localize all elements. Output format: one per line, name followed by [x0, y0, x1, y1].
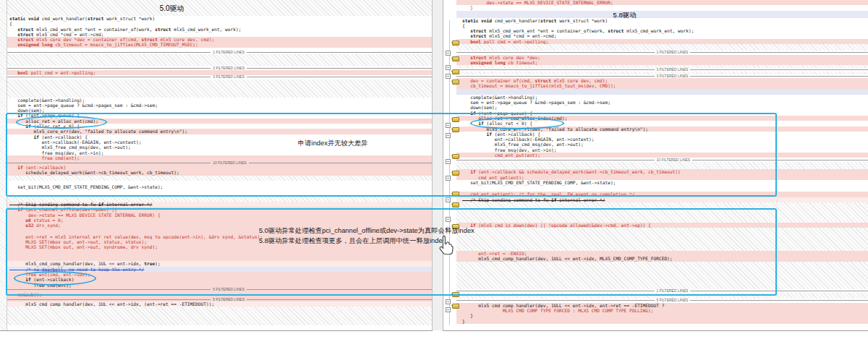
code-line[interactable]: schedule_delayed_work(&ent->cb_timeout_w… — [7, 170, 432, 175]
merge-change-marker[interactable] — [452, 69, 459, 74]
code-line[interactable]: } — [456, 5, 868, 10]
code-line[interactable]: } — [456, 319, 868, 324]
code-line[interactable]: unsigned long cb_timeout = msecs_to_jiff… — [7, 42, 432, 47]
code-line[interactable]: { — [7, 21, 432, 26]
code-line[interactable]: mlx5_core_err(dev, "failed to allocate c… — [7, 129, 432, 134]
fold-marker[interactable] — [446, 74, 451, 79]
code-line[interactable]: dev->state == MLX5_DEVICE_STATE_INTERNAL… — [456, 0, 868, 5]
code-line[interactable]: ent->callback(-EAGAIN, ent->context); — [456, 137, 868, 142]
fold-marker[interactable] — [446, 176, 451, 181]
code-line[interactable]: set_bit(MLX5_CMD_ENT_STATE_PENDING_COMP,… — [7, 184, 432, 189]
code-line[interactable]: down(sem); — [7, 108, 432, 113]
code-line[interactable]: ent->callback(-EAGAIN, ent->context); — [7, 140, 432, 145]
code-line[interactable]: ent->ret = -ENXIO; — [456, 251, 868, 256]
code-line[interactable]: mlx5_free_cmd_msg(dev, ent->out); — [7, 145, 432, 150]
fold-marker[interactable] — [446, 299, 451, 304]
merge-change-marker[interactable] — [452, 192, 459, 197]
merge-change-marker[interactable] — [452, 154, 459, 159]
merge-change-marker[interactable] — [452, 56, 459, 61]
collapsed-region — [7, 176, 432, 181]
pane-title: 5.8驱动 — [456, 11, 868, 18]
code-pane-5.8-driver: dev->state == MLX5_DEVICE_STATE_INTERNAL… — [443, 0, 868, 331]
fold-marker[interactable] — [446, 159, 451, 164]
fold-marker[interactable] — [446, 307, 451, 312]
code-line[interactable]: if (!ent->page_queue) { — [456, 111, 868, 116]
code-line[interactable]: struct mlx5_core_dev *dev = container_of… — [7, 37, 432, 42]
code-line[interactable]: static void cmd_work_handler(struct work… — [456, 18, 868, 23]
spacer-row — [456, 185, 868, 192]
code-line[interactable]: alloc_ret = cmd_alloc_index(cmd); — [456, 116, 868, 121]
code-line[interactable]: alloc_ret = alloc_ent(cmd); — [7, 119, 432, 124]
merge-change-marker[interactable] — [452, 127, 459, 132]
code-line[interactable]: if (ent->callback) — [7, 277, 432, 282]
code-line[interactable]: unsigned long cb_timeout; — [456, 60, 868, 65]
code-line[interactable]: MLX5_CMD_COMP_TYPE_FORCED : MLX5_CMD_COM… — [456, 308, 868, 313]
fold-marker[interactable] — [446, 51, 451, 56]
code-line[interactable]: if (ent->callback && schedule_delayed_wo… — [456, 169, 868, 174]
code-line[interactable]: struct mlx5_cmd *cmd = ent->cmd; — [7, 32, 432, 37]
mouse-cursor-hand — [437, 234, 456, 259]
code-line[interactable]: if (alloc_ret < 0) { — [7, 124, 432, 129]
merge-change-marker[interactable] — [452, 202, 459, 207]
code-line[interactable]: mlx5_cmd_comp_handler(dev, 1UL << ent->i… — [7, 261, 432, 266]
code-line[interactable]: if (mlx5_cmd_is_down(dev) || !opcode_all… — [456, 223, 868, 228]
code-line[interactable]: down(sem); — [456, 105, 868, 110]
merge-change-marker[interactable] — [452, 171, 459, 176]
code-line[interactable]: if (pci_channel_offline(dev->pdev) || — [7, 207, 432, 212]
collapsed-region — [456, 262, 868, 289]
code-line[interactable]: sem = ent->page_queue ? &cmd->pages_sem … — [456, 100, 868, 105]
code-line[interactable]: cb_timeout = msecs_to_jiffies(mlx5_tout_… — [456, 83, 868, 88]
fold-marker[interactable] — [446, 123, 451, 128]
code-line[interactable]: cmd_ent_get(ent); — [456, 175, 868, 180]
code-line[interactable]: mlx5_cmd_comp_handler(dev, 1UL << ent->i… — [7, 301, 432, 307]
left-pane-margin-strip — [0, 0, 7, 330]
collapsed-region — [456, 202, 868, 223]
fold-marker[interactable] — [446, 133, 451, 138]
code-line[interactable]: free_msg(dev, ent->in); — [456, 147, 868, 153]
collapsed-region — [7, 307, 432, 325]
code-line[interactable]: struct mlx5_cmd *cmd = ent->cmd; — [456, 33, 868, 38]
fold-marker[interactable] — [446, 65, 451, 70]
code-line[interactable]: mlx5_free_cmd_msg(dev, ent->out); — [456, 142, 868, 147]
code-line[interactable]: if (!ent->page_queue) { — [7, 113, 432, 118]
code-line[interactable]: dev->state == MLX5_DEVICE_STATE_INTERNAL… — [7, 213, 432, 218]
merge-change-marker[interactable] — [452, 117, 459, 122]
code-line[interactable]: mlx5_core_err_rl(dev, "failed to allocat… — [456, 127, 868, 132]
code-line[interactable]: /* Skip sending command to fw if interna… — [7, 202, 432, 207]
spacer-row — [7, 249, 432, 261]
code-line[interactable]: bool poll_cmd = ent->polling; — [456, 39, 868, 44]
spacer-row — [456, 324, 868, 331]
code-line[interactable]: complete(&ent->handling); — [7, 98, 432, 103]
code-line[interactable]: free_msg(dev, ent->in); — [7, 150, 432, 155]
code-line[interactable]: set_bit(MLX5_CMD_ENT_STATE_PENDING_COMP,… — [456, 180, 868, 185]
code-line[interactable]: if (ent->callback) { — [456, 132, 868, 137]
code-line[interactable]: cmd_ent_get(ent); /* for the _real_ FW e… — [456, 192, 868, 197]
code-line[interactable]: struct mlx5_cmd_work_ent *ent = containe… — [7, 27, 432, 32]
code-line[interactable]: mlx5_cmd_comp_handler(dev, 1ULL << ent->… — [456, 256, 868, 261]
code-line[interactable]: } — [456, 313, 868, 318]
code-line[interactable]: complete(&ent->handling); — [456, 95, 868, 100]
code-line[interactable]: struct mlx5_core_dev *dev; — [456, 55, 868, 60]
code-line[interactable]: u8 status = 0; — [7, 218, 432, 223]
collapsed-region — [7, 196, 432, 202]
code-line[interactable]: struct mlx5_cmd_work_ent *ent = containe… — [456, 28, 868, 33]
merge-change-marker[interactable] — [452, 304, 459, 309]
merge-change-marker[interactable] — [452, 40, 459, 46]
code-line[interactable]: if (alloc_ret < 0) { — [456, 121, 868, 126]
code-line[interactable]: free_ent(cmd, ent->idx); — [7, 272, 432, 277]
code-line[interactable]: mlx5_cmd_comp_handler(dev, 1ULL << ent->… — [456, 303, 868, 308]
merge-change-marker[interactable] — [452, 80, 459, 85]
code-line[interactable]: if (ent->callback) { — [7, 134, 432, 140]
code-line[interactable]: if (ent->callback) — [7, 165, 432, 170]
fold-marker[interactable] — [446, 197, 451, 202]
fold-marker[interactable] — [446, 217, 451, 222]
code-pane-5.0-driver: 5.0驱动static void cmd_work_handler(struct… — [0, 0, 433, 331]
code-line[interactable]: /* no doorbell, no need to keep the entr… — [7, 267, 432, 272]
spacer-row — [7, 189, 432, 196]
code-line[interactable]: sem = ent->page_queue ? &cmd->pages_sem … — [7, 103, 432, 108]
code-line[interactable]: static void cmd_work_handler(struct work… — [7, 16, 432, 21]
merge-change-marker[interactable] — [452, 292, 459, 297]
code-line[interactable]: { — [456, 23, 868, 28]
code-line[interactable]: dev = container_of(cmd, struct mlx5_core… — [456, 78, 868, 83]
code-line[interactable]: /* Skip sending command to fw if interna… — [456, 197, 868, 202]
